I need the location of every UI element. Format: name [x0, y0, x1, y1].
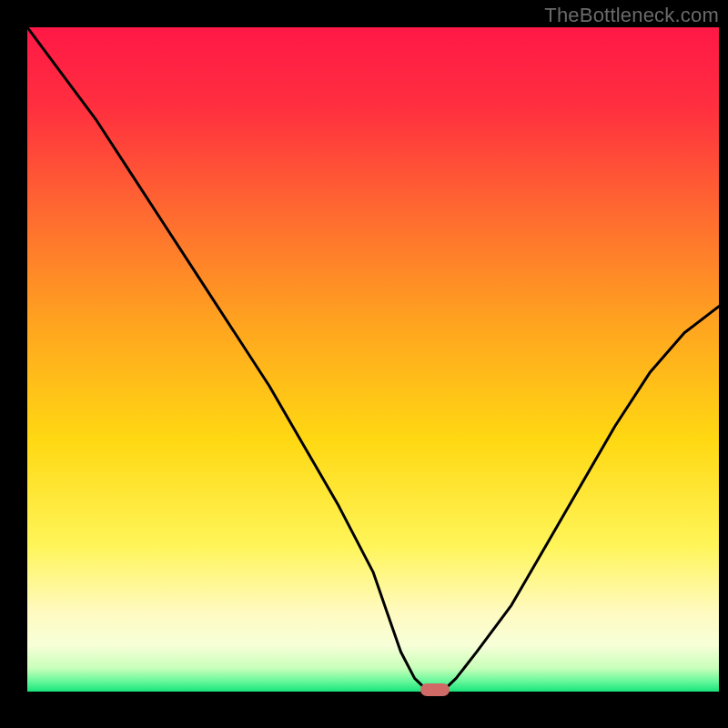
bottleneck-curve — [27, 27, 719, 692]
plot-area — [27, 27, 719, 692]
bottleneck-marker-pill — [420, 683, 450, 696]
watermark-text: TheBottleneck.com — [544, 4, 719, 27]
curve-polyline — [27, 27, 719, 692]
chart-frame: TheBottleneck.com — [0, 0, 728, 728]
